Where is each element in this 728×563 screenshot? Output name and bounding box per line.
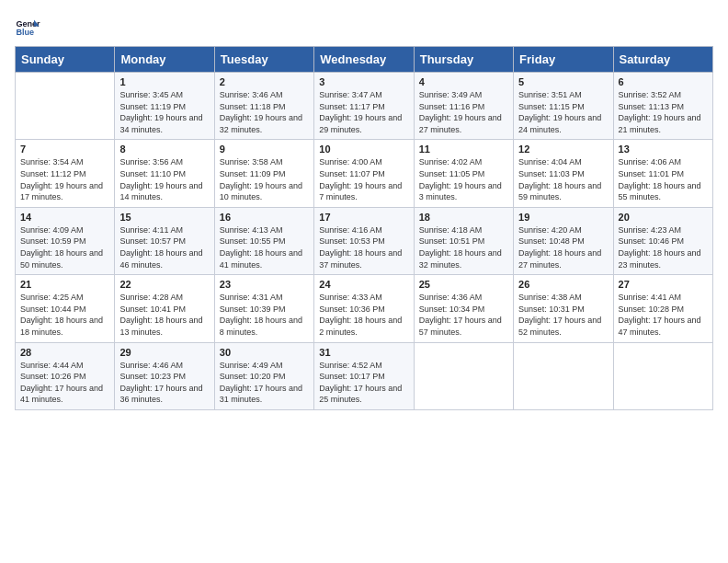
calendar-cell: 17Sunrise: 4:16 AMSunset: 10:53 PMDaylig… <box>314 207 414 274</box>
week-row-1: 1Sunrise: 3:45 AMSunset: 11:19 PMDayligh… <box>16 73 713 140</box>
day-number: 10 <box>319 144 408 155</box>
calendar-cell: 13Sunrise: 4:06 AMSunset: 11:01 PMDaylig… <box>613 140 712 207</box>
day-number: 19 <box>518 212 608 223</box>
cell-details: Sunrise: 3:51 AMSunset: 11:15 PMDaylight… <box>518 89 608 135</box>
header-monday: Monday <box>115 47 214 73</box>
header-thursday: Thursday <box>414 47 513 73</box>
day-number: 18 <box>419 212 508 223</box>
calendar-cell: 28Sunrise: 4:44 AMSunset: 10:26 PMDaylig… <box>16 342 115 409</box>
calendar-cell: 1Sunrise: 3:45 AMSunset: 11:19 PMDayligh… <box>115 73 214 140</box>
week-row-5: 28Sunrise: 4:44 AMSunset: 10:26 PMDaylig… <box>16 342 713 409</box>
cell-details: Sunrise: 3:54 AMSunset: 11:12 PMDaylight… <box>20 156 109 202</box>
calendar-cell <box>613 342 712 409</box>
calendar-cell: 25Sunrise: 4:36 AMSunset: 10:34 PMDaylig… <box>414 275 513 342</box>
calendar-cell: 16Sunrise: 4:13 AMSunset: 10:55 PMDaylig… <box>214 207 313 274</box>
calendar-cell: 14Sunrise: 4:09 AMSunset: 10:59 PMDaylig… <box>16 207 115 274</box>
header-friday: Friday <box>514 47 613 73</box>
cell-details: Sunrise: 3:49 AMSunset: 11:16 PMDaylight… <box>419 89 508 135</box>
day-number: 14 <box>20 212 109 223</box>
header-sunday: Sunday <box>16 47 115 73</box>
cell-details: Sunrise: 4:13 AMSunset: 10:55 PMDaylight… <box>220 224 309 270</box>
cell-details: Sunrise: 4:09 AMSunset: 10:59 PMDaylight… <box>20 224 109 270</box>
calendar-cell: 10Sunrise: 4:00 AMSunset: 11:07 PMDaylig… <box>314 140 414 207</box>
calendar-cell: 26Sunrise: 4:38 AMSunset: 10:31 PMDaylig… <box>514 275 613 342</box>
cell-details: Sunrise: 4:16 AMSunset: 10:53 PMDaylight… <box>319 224 408 270</box>
day-number: 15 <box>119 212 209 223</box>
calendar-cell: 5Sunrise: 3:51 AMSunset: 11:15 PMDayligh… <box>514 73 613 140</box>
cell-details: Sunrise: 3:52 AMSunset: 11:13 PMDaylight… <box>619 89 708 135</box>
day-number: 29 <box>119 347 209 358</box>
cell-details: Sunrise: 4:00 AMSunset: 11:07 PMDaylight… <box>319 156 408 202</box>
calendar-header-row: SundayMondayTuesdayWednesdayThursdayFrid… <box>16 47 713 73</box>
svg-text:Blue: Blue <box>16 28 34 37</box>
cell-details: Sunrise: 4:06 AMSunset: 11:01 PMDaylight… <box>619 156 708 202</box>
day-number: 22 <box>119 279 209 290</box>
calendar-cell: 31Sunrise: 4:52 AMSunset: 10:17 PMDaylig… <box>314 342 414 409</box>
day-number: 11 <box>419 144 508 155</box>
calendar-cell <box>414 342 513 409</box>
day-number: 6 <box>619 76 708 87</box>
cell-details: Sunrise: 4:11 AMSunset: 10:57 PMDaylight… <box>119 224 209 270</box>
calendar-cell <box>16 73 115 140</box>
cell-details: Sunrise: 4:33 AMSunset: 10:36 PMDaylight… <box>319 292 408 338</box>
day-number: 2 <box>220 76 309 87</box>
header-saturday: Saturday <box>613 47 712 73</box>
logo: General Blue <box>15 15 44 40</box>
logo-icon: General Blue <box>15 15 40 40</box>
day-number: 17 <box>319 212 408 223</box>
calendar-cell: 15Sunrise: 4:11 AMSunset: 10:57 PMDaylig… <box>115 207 214 274</box>
calendar-cell: 11Sunrise: 4:02 AMSunset: 11:05 PMDaylig… <box>414 140 513 207</box>
cell-details: Sunrise: 3:58 AMSunset: 11:09 PMDaylight… <box>220 156 309 202</box>
day-number: 13 <box>619 144 708 155</box>
calendar-cell: 9Sunrise: 3:58 AMSunset: 11:09 PMDayligh… <box>214 140 313 207</box>
cell-details: Sunrise: 4:25 AMSunset: 10:44 PMDaylight… <box>20 292 109 338</box>
header-tuesday: Tuesday <box>214 47 313 73</box>
cell-details: Sunrise: 4:04 AMSunset: 11:03 PMDaylight… <box>518 156 608 202</box>
cell-details: Sunrise: 4:38 AMSunset: 10:31 PMDaylight… <box>518 292 608 338</box>
day-number: 24 <box>319 279 408 290</box>
cell-details: Sunrise: 4:31 AMSunset: 10:39 PMDaylight… <box>220 292 309 338</box>
header: General Blue <box>15 15 713 40</box>
day-number: 9 <box>220 144 309 155</box>
day-number: 3 <box>319 76 408 87</box>
calendar-cell: 2Sunrise: 3:46 AMSunset: 11:18 PMDayligh… <box>214 73 313 140</box>
week-row-2: 7Sunrise: 3:54 AMSunset: 11:12 PMDayligh… <box>16 140 713 207</box>
calendar-cell: 7Sunrise: 3:54 AMSunset: 11:12 PMDayligh… <box>16 140 115 207</box>
day-number: 31 <box>319 347 408 358</box>
week-row-4: 21Sunrise: 4:25 AMSunset: 10:44 PMDaylig… <box>16 275 713 342</box>
day-number: 28 <box>20 347 109 358</box>
calendar-cell: 30Sunrise: 4:49 AMSunset: 10:20 PMDaylig… <box>214 342 313 409</box>
header-wednesday: Wednesday <box>314 47 414 73</box>
calendar-cell: 21Sunrise: 4:25 AMSunset: 10:44 PMDaylig… <box>16 275 115 342</box>
day-number: 1 <box>119 76 209 87</box>
day-number: 16 <box>220 212 309 223</box>
cell-details: Sunrise: 3:46 AMSunset: 11:18 PMDaylight… <box>220 89 309 135</box>
calendar-cell: 6Sunrise: 3:52 AMSunset: 11:13 PMDayligh… <box>613 73 712 140</box>
day-number: 27 <box>619 279 708 290</box>
day-number: 7 <box>20 144 109 155</box>
cell-details: Sunrise: 3:47 AMSunset: 11:17 PMDaylight… <box>319 89 408 135</box>
day-number: 21 <box>20 279 109 290</box>
day-number: 23 <box>220 279 309 290</box>
cell-details: Sunrise: 4:41 AMSunset: 10:28 PMDaylight… <box>619 292 708 338</box>
calendar-cell: 12Sunrise: 4:04 AMSunset: 11:03 PMDaylig… <box>514 140 613 207</box>
cell-details: Sunrise: 4:28 AMSunset: 10:41 PMDaylight… <box>119 292 209 338</box>
cell-details: Sunrise: 4:23 AMSunset: 10:46 PMDaylight… <box>619 224 708 270</box>
day-number: 8 <box>119 144 209 155</box>
day-number: 5 <box>518 76 608 87</box>
cell-details: Sunrise: 4:36 AMSunset: 10:34 PMDaylight… <box>419 292 508 338</box>
cell-details: Sunrise: 3:56 AMSunset: 11:10 PMDaylight… <box>119 156 209 202</box>
cell-details: Sunrise: 4:49 AMSunset: 10:20 PMDaylight… <box>220 360 309 406</box>
day-number: 25 <box>419 279 508 290</box>
calendar-cell: 19Sunrise: 4:20 AMSunset: 10:48 PMDaylig… <box>514 207 613 274</box>
day-number: 30 <box>220 347 309 358</box>
calendar-cell: 24Sunrise: 4:33 AMSunset: 10:36 PMDaylig… <box>314 275 414 342</box>
day-number: 26 <box>518 279 608 290</box>
calendar-cell: 3Sunrise: 3:47 AMSunset: 11:17 PMDayligh… <box>314 73 414 140</box>
day-number: 20 <box>619 212 708 223</box>
day-number: 12 <box>518 144 608 155</box>
cell-details: Sunrise: 4:52 AMSunset: 10:17 PMDaylight… <box>319 360 408 406</box>
day-number: 4 <box>419 76 508 87</box>
calendar-cell: 22Sunrise: 4:28 AMSunset: 10:41 PMDaylig… <box>115 275 214 342</box>
calendar-cell <box>514 342 613 409</box>
